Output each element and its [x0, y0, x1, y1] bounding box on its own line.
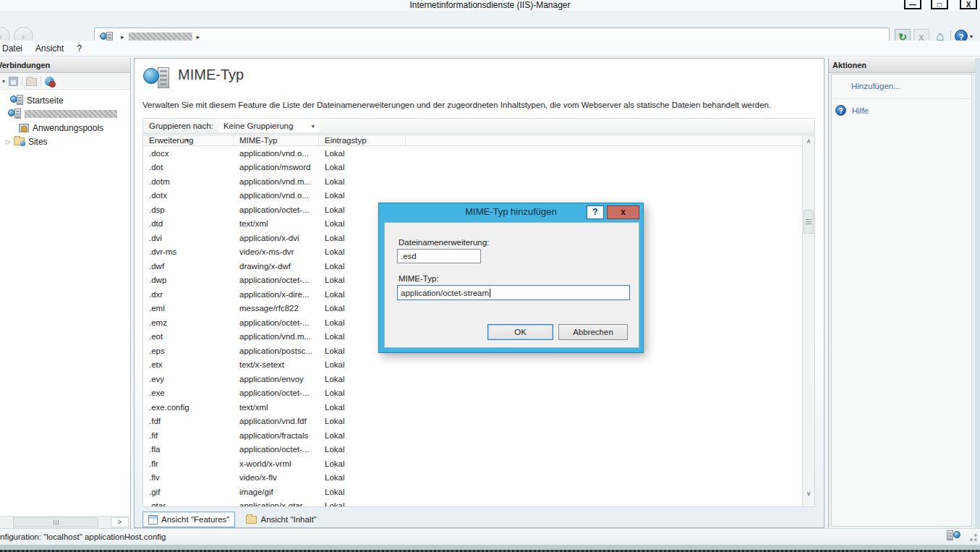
table-cell: application/octet-... — [234, 445, 319, 454]
table-cell: .dotx — [143, 191, 234, 200]
actions-header: Aktionen — [829, 58, 975, 73]
close-button[interactable]: X — [960, 0, 977, 9]
breadcrumb-arrow-icon: ▸ — [197, 33, 200, 41]
up-folder-icon[interactable] — [26, 78, 37, 86]
table-cell: application/msword — [234, 163, 319, 171]
table-cell: .dsp — [143, 205, 234, 214]
tree-item-server[interactable] — [8, 107, 117, 121]
table-cell: text/x-setext — [234, 360, 319, 369]
table-cell: .dtd — [143, 219, 234, 228]
save-connections-icon[interactable] — [9, 77, 18, 86]
column-header-erweiterung[interactable]: Erweiterung ▲ — [143, 135, 234, 145]
window-title: Internetinformationsdienste (IIS)-Manage… — [409, 0, 570, 10]
table-row[interactable]: .evyapplication/envoyLokal — [143, 372, 814, 386]
table-row[interactable]: .dotapplication/mswordLokal — [143, 161, 814, 175]
table-cell: Lokal — [319, 163, 406, 171]
table-row[interactable]: .exeapplication/octet-...Lokal — [143, 386, 814, 401]
scrollbar-thumb[interactable] — [804, 210, 814, 234]
connections-panel: Verbindungen ▾ Startseite Anwendungspool… — [0, 58, 131, 528]
minimize-button[interactable]: — — [904, 0, 921, 9]
extension-label: Dateinamenerweiterung: — [399, 238, 489, 247]
resize-grip[interactable] — [969, 533, 978, 542]
table-cell: .dotm — [143, 177, 234, 186]
window-titlebar: Internetinformationsdienste (IIS)-Manage… — [0, 0, 980, 11]
table-row[interactable]: .fdfapplication/vnd.fdfLokal — [143, 415, 814, 429]
actions-separator — [833, 98, 970, 99]
table-row[interactable]: .exe.configtext/xmlLokal — [143, 400, 814, 415]
breadcrumb-arrow-icon: ▸ — [121, 33, 124, 41]
table-cell: Lokal — [319, 459, 406, 468]
table-cell: Lokal — [319, 403, 406, 412]
connections-header: Verbindungen — [0, 58, 130, 73]
column-header-mime-typ[interactable]: MIME-Typ — [234, 135, 319, 145]
table-cell: application/vnd.m... — [234, 332, 319, 341]
tree-item-startseite[interactable]: Startseite — [10, 93, 64, 107]
table-row[interactable]: .flrx-world/x-vrmlLokal — [143, 457, 814, 471]
table-row[interactable]: .dotxapplication/vnd.o...Lokal — [143, 189, 814, 203]
menu-item-datei[interactable]: Datei — [0, 43, 29, 54]
scroll-down-button[interactable]: ∨ — [803, 488, 814, 499]
table-cell: .dwp — [143, 276, 234, 284]
table-cell: application/envoy — [234, 375, 319, 383]
dialog-help-button[interactable]: ? — [587, 205, 604, 219]
status-bar: Konfiguration: "localhost" applicationHo… — [0, 528, 980, 545]
table-row[interactable]: .gifimage/gifLokal — [143, 485, 814, 499]
table-cell: .fla — [143, 445, 234, 454]
group-by-bar: Gruppieren nach: Keine Gruppierung ▾ — [142, 118, 815, 134]
table-row[interactable]: .flaapplication/octet-...Lokal — [143, 443, 814, 457]
menu-item-hilfe[interactable]: ? — [70, 43, 88, 54]
mime-type-input[interactable]: application/octet-stream — [397, 285, 630, 300]
table-cell: .gif — [143, 488, 234, 496]
table-cell: video/x-ms-dvr — [234, 247, 319, 256]
table-row[interactable]: .dotmapplication/vnd.m...Lokal — [143, 174, 814, 189]
table-cell: application/x-dvi — [234, 234, 319, 242]
table-cell: Lokal — [319, 177, 406, 186]
table-cell: application/vnd.fdf — [234, 417, 319, 425]
table-cell: Lokal — [319, 375, 406, 383]
ok-button[interactable]: OK — [487, 324, 553, 340]
chevron-down-icon[interactable]: ▾ — [2, 78, 5, 85]
remove-connection-icon[interactable] — [45, 77, 54, 86]
table-cell: .dot — [143, 163, 234, 171]
table-cell: Lokal — [319, 191, 406, 200]
column-header-eintragstyp[interactable]: Eintragstyp — [319, 135, 406, 145]
table-cell: Lokal — [319, 445, 406, 454]
table-cell: application/fractals — [234, 431, 319, 440]
scroll-up-button[interactable]: ∧ — [803, 135, 814, 147]
scrollbar-thumb[interactable] — [13, 517, 98, 527]
application-pools-icon — [19, 124, 29, 132]
table-row[interactable]: .fifapplication/fractalsLokal — [143, 428, 814, 443]
add-action-link[interactable]: Hinzufügen... — [851, 82, 900, 90]
horizontal-scrollbar[interactable]: > — [0, 516, 130, 528]
group-by-dropdown[interactable]: Keine Gruppierung ▾ — [219, 119, 319, 132]
scroll-right-button[interactable]: > — [111, 517, 129, 527]
address-row: ‹ › ▸ ▸ ↻ x ⌂ ? ▾ — [0, 11, 980, 41]
table-cell: .evy — [143, 375, 234, 383]
table-row[interactable]: .flvvideo/x-flvLokal — [143, 471, 814, 485]
table-row[interactable]: .docxapplication/vnd.o...Lokal — [143, 146, 814, 161]
table-row[interactable]: .etxtext/x-setextLokal — [143, 358, 814, 373]
help-action-link[interactable]: ? Hilfe — [835, 105, 869, 116]
mime-feature-icon — [143, 66, 171, 89]
table-cell: Lokal — [319, 501, 406, 507]
cancel-button[interactable]: Abbrechen — [558, 324, 628, 340]
help-icon: ? — [835, 105, 846, 116]
menu-item-ansicht[interactable]: Ansicht — [29, 43, 70, 54]
tab-features-view[interactable]: Ansicht "Features" — [142, 511, 235, 527]
table-cell: .fif — [143, 431, 234, 440]
view-tabs: Ansicht "Features" Ansicht "Inhalt" — [142, 511, 322, 527]
page-description: Verwalten Sie mit diesem Feature die Lis… — [142, 101, 771, 109]
table-cell: application/vnd.o... — [234, 191, 319, 200]
expander-icon[interactable]: ▷ — [6, 138, 11, 145]
tree-item-sites[interactable]: ▷ Sites — [6, 135, 48, 148]
table-cell: text/xml — [234, 403, 319, 412]
table-row[interactable]: .gtarapplication/x-gtarLokal — [143, 499, 814, 508]
maximize-button[interactable]: □ — [931, 0, 948, 9]
table-cell: application/octet-... — [234, 388, 319, 397]
extension-input[interactable]: .esd — [397, 249, 481, 263]
dialog-close-button[interactable]: x — [607, 205, 639, 219]
vertical-scrollbar[interactable]: ∧ ∨ — [802, 135, 814, 506]
tree-item-anwendungspools[interactable]: Anwendungspools — [19, 121, 103, 135]
text-caret — [490, 289, 490, 297]
tab-content-view[interactable]: Ansicht "Inhalt" — [241, 511, 321, 527]
